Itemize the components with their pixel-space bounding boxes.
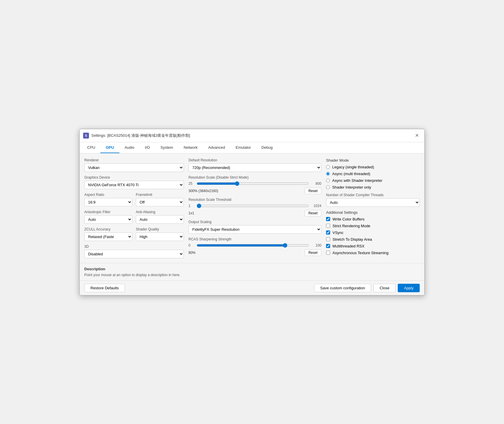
footer: Restore Defaults Save custom configurati… (80, 281, 424, 295)
output-scaling-section: Output Scaling FidelityFX Super Resoluti… (188, 220, 321, 234)
graphics-device-select[interactable]: NVIDIA GeForce RTX 4070 Ti (84, 181, 184, 189)
compiler-threads-label: Number of Shader Compiler Threads (326, 193, 420, 197)
multithreaded-rsx-label: Multithreaded RSX (332, 244, 364, 248)
shader-mode-async-interpreter-label: Async with Shader Interpreter (332, 178, 382, 183)
save-custom-button[interactable]: Save custom configuration (314, 284, 371, 292)
3d-label: 3D (84, 245, 184, 249)
tab-cpu[interactable]: CPU (82, 142, 100, 153)
async-texture-streaming-item[interactable]: Asynchronous Texture Streaming (326, 251, 420, 255)
resolution-threshold-slider[interactable] (197, 204, 309, 208)
resolution-scale-value-row: 300% (3840x2160) Reset (188, 188, 321, 194)
checkbox-group: Write Color Buffers Strict Rendering Mod… (326, 217, 420, 255)
async-texture-streaming-checkbox[interactable] (326, 251, 330, 255)
anti-aliasing-label: Anti-Aliasing (136, 210, 184, 214)
tab-advanced[interactable]: Advanced (203, 142, 230, 153)
settings-window: S Settings: [BCAS25014] 港版-神秘海域3黄金年度版[動作… (79, 129, 425, 295)
mid-column: Default Resolution 720p (Recommended) 48… (188, 158, 321, 258)
zcull-accuracy-select[interactable]: Relaxed (Faste Approximate Precise (84, 232, 132, 241)
shader-mode-legacy-radio[interactable] (326, 165, 330, 169)
shader-mode-async-radio[interactable] (326, 172, 330, 176)
stretch-to-display-checkbox[interactable] (326, 237, 330, 241)
resolution-scale-reset-button[interactable]: Reset (305, 188, 321, 194)
default-resolution-label: Default Resolution (188, 158, 321, 162)
close-window-button[interactable]: ✕ (413, 131, 421, 140)
renderer-section: Renderer Vulkan OpenGL Null (84, 158, 184, 172)
strict-rendering-checkbox[interactable] (326, 224, 330, 228)
description-text: Point your mouse at an option to display… (84, 273, 420, 277)
rcas-reset-button[interactable]: Reset (305, 249, 321, 256)
anisotropic-filter-select[interactable]: Auto 2x 4x 8x 16x (84, 215, 132, 224)
shader-quality-select[interactable]: High Low Auto (136, 232, 184, 241)
restore-defaults-button[interactable]: Restore Defaults (84, 284, 125, 292)
footer-right: Save custom configuration Close Apply (314, 284, 420, 292)
shader-mode-interpreter-only-radio[interactable] (326, 185, 330, 189)
aspect-framelimit-row: Aspect Ratio 16:9 4:3 Auto Framelimit Of… (84, 193, 184, 206)
write-color-buffers-label: Write Color Buffers (332, 217, 364, 221)
shader-mode-async-label: Async (multi threaded) (332, 172, 370, 176)
window-title: Settings: [BCAS25014] 港版-神秘海域3黄金年度版[動作類] (91, 133, 190, 138)
aspect-ratio-section: Aspect Ratio 16:9 4:3 Auto (84, 193, 132, 206)
graphics-device-label: Graphics Device (84, 175, 184, 179)
resolution-threshold-reset-button[interactable]: Reset (305, 210, 321, 216)
tab-io[interactable]: I/O (140, 142, 155, 153)
shader-quality-label: Shader Quality (136, 227, 184, 231)
app-icon: S (83, 133, 89, 139)
output-scaling-label: Output Scaling (188, 220, 321, 224)
shader-mode-legacy[interactable]: Legacy (single threaded) (326, 165, 420, 169)
resolution-threshold-section: Resolution Scale Threshold 1 1024 1x1 Re… (188, 198, 321, 216)
vsync-checkbox[interactable] (326, 230, 330, 235)
default-resolution-select[interactable]: 720p (Recommended) 480p 1080p 1440p 4K (188, 163, 321, 172)
shader-mode-async[interactable]: Async (multi threaded) (326, 172, 420, 176)
shader-mode-async-interpreter[interactable]: Async with Shader Interpreter (326, 178, 420, 183)
resolution-threshold-slider-row: 1 1024 (188, 204, 321, 208)
framelimit-select[interactable]: Off 30 60 (136, 198, 184, 206)
output-scaling-select[interactable]: FidelityFX Super Resolution Bilinear Nea… (188, 225, 321, 234)
vsync-label: VSync (332, 230, 344, 235)
anisotropic-filter-label: Anisotropic Filter (84, 210, 132, 214)
multithreaded-rsx-checkbox[interactable] (326, 244, 330, 248)
shader-mode-async-interpreter-radio[interactable] (326, 179, 330, 182)
multithreaded-rsx-item[interactable]: Multithreaded RSX (326, 244, 420, 248)
apply-button[interactable]: Apply (398, 284, 420, 292)
write-color-buffers-checkbox[interactable] (326, 217, 330, 221)
tab-system[interactable]: System (155, 142, 178, 153)
anti-aliasing-section: Anti-Aliasing Auto None TSA (136, 210, 184, 224)
zcull-accuracy-section: ZCULL Accuracy Relaxed (Faste Approximat… (84, 227, 132, 241)
3d-section: 3D Disabled Anaglyph Side By Side (84, 245, 184, 258)
tab-emulator[interactable]: Emulator (230, 142, 256, 153)
description-section: Description Point your mouse at an optio… (80, 263, 424, 281)
shader-mode-legacy-label: Legacy (single threaded) (332, 165, 374, 169)
compiler-threads-select[interactable]: Auto 1 2 4 8 (326, 198, 420, 207)
resolution-scale-slider[interactable] (197, 181, 309, 186)
zcull-accuracy-label: ZCULL Accuracy (84, 227, 132, 231)
aniso-aa-row: Anisotropic Filter Auto 2x 4x 8x 16x Ant… (84, 210, 184, 224)
tab-audio[interactable]: Audio (119, 142, 140, 153)
aspect-ratio-label: Aspect Ratio (84, 193, 132, 197)
tab-gpu[interactable]: GPU (100, 142, 119, 153)
async-texture-streaming-label: Asynchronous Texture Streaming (332, 251, 388, 255)
additional-settings-section: Additional Settings Write Color Buffers … (326, 210, 420, 255)
compiler-threads-section: Number of Shader Compiler Threads Auto 1… (326, 193, 420, 207)
main-content: Renderer Vulkan OpenGL Null Graphics Dev… (80, 153, 424, 263)
resolution-scale-value: 300% (3840x2160) (188, 189, 218, 193)
rcas-value: 80% (188, 251, 196, 255)
resolution-scale-section: Resolution Scale (Disable Strict Mode) 2… (188, 175, 321, 194)
strict-rendering-item[interactable]: Strict Rendering Mode (326, 224, 420, 228)
write-color-buffers-item[interactable]: Write Color Buffers (326, 217, 420, 221)
shader-mode-interpreter-only-label: Shader Interpreter only (332, 185, 371, 189)
aspect-ratio-select[interactable]: 16:9 4:3 Auto (84, 198, 132, 206)
shader-mode-interpreter-only[interactable]: Shader Interpreter only (326, 185, 420, 189)
3d-select[interactable]: Disabled Anaglyph Side By Side (84, 250, 184, 258)
resolution-scale-label: Resolution Scale (Disable Strict Mode) (188, 175, 321, 179)
tab-network[interactable]: Network (179, 142, 203, 153)
rcas-min: 0 (188, 243, 194, 247)
tab-debug[interactable]: Debug (256, 142, 278, 153)
rcas-value-row: 80% Reset (188, 249, 321, 256)
rcas-slider[interactable] (197, 243, 309, 248)
anti-aliasing-select[interactable]: Auto None TSA (136, 215, 184, 224)
stretch-to-display-item[interactable]: Stretch To Display Area (326, 237, 420, 242)
renderer-select[interactable]: Vulkan OpenGL Null (84, 163, 184, 172)
resolution-threshold-max: 1024 (311, 204, 321, 208)
close-button[interactable]: Close (373, 284, 395, 292)
vsync-item[interactable]: VSync (326, 230, 420, 235)
